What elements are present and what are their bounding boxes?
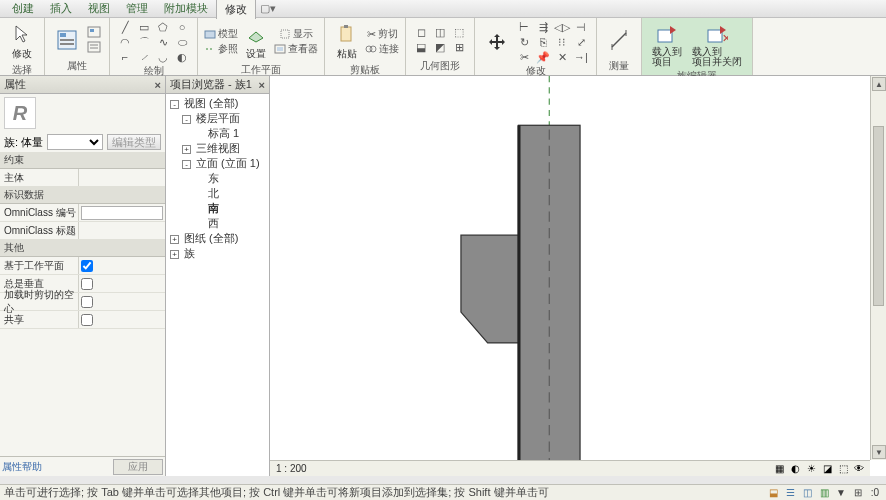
tree-toggle-icon[interactable]: +	[170, 235, 179, 244]
canvas-area[interactable]: ▲ ▼ 1 : 200 ▦ ◐ ☀ ◪ ⬚ 👁	[270, 76, 886, 476]
line-tool-icon[interactable]: ╱	[116, 20, 134, 34]
scroll-down-icon[interactable]: ▼	[872, 445, 886, 459]
align-icon[interactable]: ⊢	[515, 20, 533, 34]
omni-num-input[interactable]	[81, 206, 163, 220]
view-sun-icon[interactable]: ☀	[804, 463, 818, 475]
view-crop-icon[interactable]: ⬚	[836, 463, 850, 475]
load-close-button[interactable]: ✕ 载入到 项目并关闭	[688, 20, 746, 69]
fillet-tool-icon[interactable]: ⌐	[116, 50, 134, 64]
properties-help-link[interactable]: 属性帮助	[2, 460, 42, 474]
status-filter-icon[interactable]: ▼	[834, 487, 848, 499]
tree-node[interactable]: 东	[168, 171, 267, 186]
cutvoids-checkbox[interactable]	[81, 296, 93, 308]
family-select[interactable]	[47, 134, 103, 150]
join-button[interactable]: 连接	[365, 42, 399, 56]
menu-view[interactable]: 视图	[80, 0, 118, 18]
geom-icon-4[interactable]: ⬓	[412, 40, 430, 54]
set-plane-button[interactable]: 设置	[240, 20, 272, 63]
view-scale[interactable]: 1 : 200	[270, 463, 313, 474]
tree-close-icon[interactable]: ×	[259, 79, 265, 91]
tree-node[interactable]: + 族	[168, 246, 267, 261]
vertical-scrollbar[interactable]: ▲ ▼	[870, 76, 886, 460]
load-project-button[interactable]: 载入到 项目	[648, 20, 686, 69]
view-shadow-icon[interactable]: ◪	[820, 463, 834, 475]
tree-toggle-icon[interactable]: +	[170, 250, 179, 259]
tree-toggle-icon[interactable]: -	[182, 160, 191, 169]
properties-close-icon[interactable]: ×	[155, 79, 161, 91]
draw-tool-a-icon[interactable]: ◡	[154, 50, 172, 64]
tree-toggle-icon[interactable]: -	[182, 115, 191, 124]
pin-icon[interactable]: 📌	[534, 50, 552, 64]
menu-modify[interactable]: 修改	[216, 0, 256, 19]
type-props-icon[interactable]	[85, 25, 103, 39]
pick-tool-icon[interactable]: ⟋	[135, 50, 153, 64]
polygon-tool-icon[interactable]: ⬠	[154, 20, 172, 34]
menu-addins[interactable]: 附加模块	[156, 0, 216, 18]
edit-type-button[interactable]: 编辑类型	[107, 134, 161, 150]
mirror-icon[interactable]: ◁▷	[553, 20, 571, 34]
menu-manage[interactable]: 管理	[118, 0, 156, 18]
scale-icon[interactable]: ⤢	[572, 35, 590, 49]
draw-tool-b-icon[interactable]: ◐	[173, 50, 191, 64]
modify-button[interactable]: 修改	[6, 20, 38, 63]
ref-button[interactable]: 参照	[204, 42, 238, 56]
arc-tool-icon[interactable]: ◠	[116, 35, 134, 49]
view-hide-icon[interactable]: 👁	[852, 463, 866, 475]
tree-node[interactable]: 北	[168, 186, 267, 201]
show-button[interactable]: 显示	[274, 27, 318, 41]
tree-node[interactable]: + 三维视图	[168, 141, 267, 156]
ellipse-tool-icon[interactable]: ⬭	[173, 35, 191, 49]
arc2-tool-icon[interactable]: ⌒	[135, 35, 153, 49]
tree-node[interactable]: - 楼层平面	[168, 111, 267, 126]
status-icon-1[interactable]: ⬓	[766, 487, 780, 499]
status-select-icon[interactable]: ⊞	[851, 487, 865, 499]
spline-tool-icon[interactable]: ∿	[154, 35, 172, 49]
tree-toggle-icon[interactable]: +	[182, 145, 191, 154]
geom-icon-3[interactable]: ⬚	[450, 25, 468, 39]
family-types-icon[interactable]	[85, 40, 103, 54]
menu-overflow-icon[interactable]: ▢▾	[260, 2, 276, 15]
tree-node[interactable]: + 图纸 (全部)	[168, 231, 267, 246]
rect-tool-icon[interactable]: ▭	[135, 20, 153, 34]
circle-tool-icon[interactable]: ○	[173, 20, 191, 34]
move-button[interactable]	[481, 28, 513, 56]
tree-node[interactable]: - 立面 (立面 1)	[168, 156, 267, 171]
viewer-button[interactable]: 查看器	[274, 42, 318, 56]
geom-icon-6[interactable]: ⊞	[450, 40, 468, 54]
menu-insert[interactable]: 插入	[42, 0, 80, 18]
workplane-checkbox[interactable]	[81, 260, 93, 272]
tree-toggle-icon[interactable]: -	[170, 100, 179, 109]
tree-node[interactable]: 标高 1	[168, 126, 267, 141]
scroll-up-icon[interactable]: ▲	[872, 77, 886, 91]
status-icon-4[interactable]: ▥	[817, 487, 831, 499]
model-button[interactable]: 模型	[204, 27, 238, 41]
vertical-checkbox[interactable]	[81, 278, 93, 290]
copy-icon[interactable]: ⎘	[534, 35, 552, 49]
geom-icon-2[interactable]: ◫	[431, 25, 449, 39]
view-style-icon[interactable]: ◐	[788, 463, 802, 475]
trim-icon[interactable]: ⊣	[572, 20, 590, 34]
geom-icon-5[interactable]: ◩	[431, 40, 449, 54]
view-detail-icon[interactable]: ▦	[772, 463, 786, 475]
offset-icon[interactable]: ⇶	[534, 20, 552, 34]
extend-icon[interactable]: →|	[572, 50, 590, 64]
menu-create[interactable]: 创建	[4, 0, 42, 18]
cut-button[interactable]: ✂剪切	[365, 27, 399, 41]
delete-icon[interactable]: ✕	[553, 50, 571, 64]
scroll-thumb-v[interactable]	[873, 126, 884, 306]
status-icon-3[interactable]: ◫	[800, 487, 814, 499]
split-icon[interactable]: ✂	[515, 50, 533, 64]
geom-icon-1[interactable]: ◻	[412, 25, 430, 39]
properties-button[interactable]	[51, 26, 83, 54]
tree-node[interactable]: 西	[168, 216, 267, 231]
status-icon-2[interactable]: ☰	[783, 487, 797, 499]
shared-checkbox[interactable]	[81, 314, 93, 326]
apply-button[interactable]: 应用	[113, 459, 163, 475]
measure-button[interactable]	[603, 26, 635, 54]
paste-button[interactable]: 粘贴	[331, 20, 363, 63]
array-icon[interactable]: ⁝⁝	[553, 35, 571, 49]
tree-node[interactable]: - 视图 (全部)	[168, 96, 267, 111]
drawing-canvas[interactable]	[270, 76, 886, 476]
status-zoom-icon[interactable]: :0	[868, 487, 882, 499]
rotate-icon[interactable]: ↻	[515, 35, 533, 49]
